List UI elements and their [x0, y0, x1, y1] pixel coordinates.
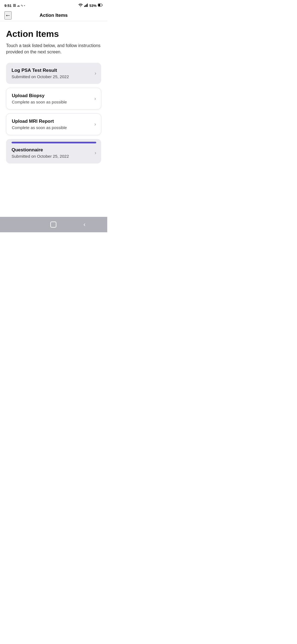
status-right-icons: 53%	[78, 4, 103, 8]
time-display: 9:51	[4, 4, 12, 8]
action-items-list: Log PSA Test Result Submitted on October…	[6, 63, 101, 163]
card-text-log-psa: Log PSA Test Result Submitted on October…	[12, 68, 92, 79]
status-time: 9:51 🖼 ☁ ∿ •	[4, 4, 25, 8]
card-text-upload-mri: Upload MRI Report Complete as soon as po…	[12, 119, 92, 130]
nav-bar: ← Action Items	[0, 10, 107, 21]
card-content-row-questionnaire: Questionnaire Submitted on October 25, 2…	[12, 147, 96, 159]
signal-icon	[84, 4, 88, 8]
battery-percent: 53%	[89, 4, 97, 8]
back-nav-icon: ‹	[84, 221, 86, 228]
card-title-log-psa: Log PSA Test Result	[12, 68, 92, 73]
status-icons: 🖼 ☁ ∿ •	[13, 4, 25, 7]
card-subtitle-upload-biopsy: Complete as soon as possible	[12, 100, 92, 104]
card-text-questionnaire: Questionnaire Submitted on October 25, 2…	[12, 147, 92, 159]
svg-rect-1	[85, 5, 86, 7]
status-bar: 9:51 🖼 ☁ ∿ • 53%	[0, 0, 107, 10]
card-text-upload-biopsy: Upload Biopsy Complete as soon as possib…	[12, 93, 92, 104]
nav-title: Action Items	[40, 13, 68, 18]
card-subtitle-log-psa: Submitted on October 25, 2022	[12, 74, 92, 79]
home-button[interactable]	[45, 219, 62, 230]
action-card-upload-biopsy[interactable]: Upload Biopsy Complete as soon as possib…	[6, 88, 101, 110]
progress-bar-container	[12, 142, 96, 143]
action-card-log-psa[interactable]: Log PSA Test Result Submitted on October…	[6, 63, 101, 84]
page-description: Touch a task listed below, and follow in…	[6, 42, 101, 55]
battery-icon	[98, 4, 103, 7]
action-card-upload-mri[interactable]: Upload MRI Report Complete as soon as po…	[6, 113, 101, 135]
wifi-icon	[78, 4, 83, 8]
recent-apps-icon	[22, 222, 23, 227]
chevron-right-icon: ›	[95, 150, 96, 156]
back-icon: ←	[5, 12, 11, 19]
back-button[interactable]: ←	[4, 11, 12, 20]
svg-rect-5	[98, 4, 100, 6]
action-card-questionnaire[interactable]: Questionnaire Submitted on October 25, 2…	[6, 139, 101, 163]
bottom-nav-bar: ‹	[0, 217, 107, 232]
card-subtitle-upload-mri: Complete as soon as possible	[12, 125, 92, 130]
card-title-upload-mri: Upload MRI Report	[12, 119, 92, 124]
page-heading: Action Items	[6, 29, 101, 39]
svg-rect-0	[84, 6, 85, 7]
chevron-right-icon: ›	[95, 70, 96, 76]
recent-apps-button[interactable]	[16, 220, 29, 229]
svg-rect-3	[87, 4, 88, 7]
svg-rect-2	[86, 4, 87, 7]
back-nav-button[interactable]: ‹	[78, 219, 91, 230]
progress-bar-fill	[12, 142, 96, 143]
card-title-questionnaire: Questionnaire	[12, 147, 92, 153]
chevron-right-icon: ›	[94, 121, 96, 127]
card-title-upload-biopsy: Upload Biopsy	[12, 93, 92, 99]
content-area: Action Items Touch a task listed below, …	[0, 21, 107, 217]
card-subtitle-questionnaire: Submitted on October 25, 2022	[12, 154, 92, 159]
chevron-right-icon: ›	[94, 96, 96, 102]
home-icon	[50, 222, 56, 228]
